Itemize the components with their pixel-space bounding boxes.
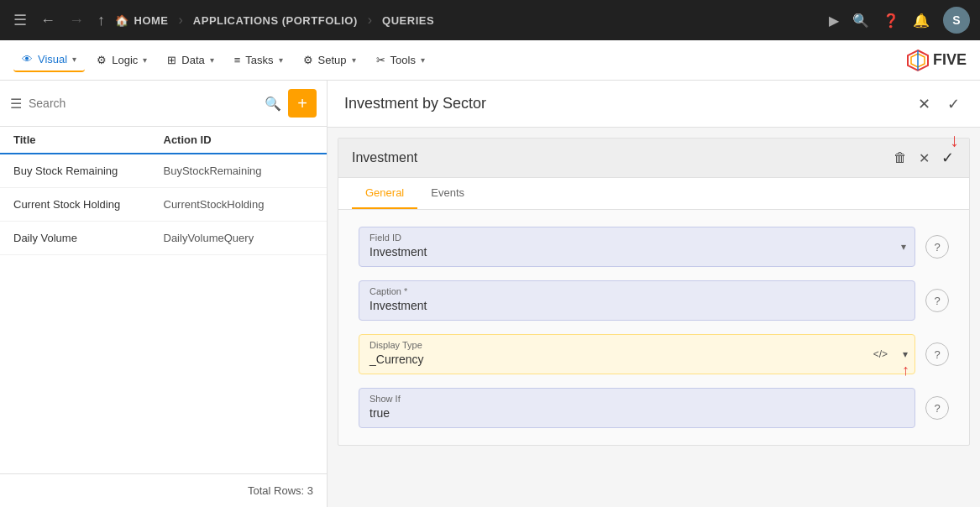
display-type-label: Display Type xyxy=(369,340,904,350)
tools-arrow: ▾ xyxy=(421,55,425,65)
search-input[interactable] xyxy=(29,97,258,110)
row-action-id: CurrentStockHolding xyxy=(164,198,314,211)
panel-header: Investment by Sector ✕ ✓ xyxy=(328,81,980,128)
panel-title: Investment by Sector xyxy=(344,95,914,112)
panel-header-actions: ✕ ✓ xyxy=(914,91,963,117)
panel-save-button[interactable]: ✓ xyxy=(944,91,963,117)
sub-panel: Investment 🗑 ✕ ✓ ↑ General Events xyxy=(338,138,970,446)
show-if-field[interactable]: Show If true xyxy=(359,388,915,428)
tab-events[interactable]: Events xyxy=(417,178,478,209)
field-id-value: Investment xyxy=(369,245,427,259)
field-id-field[interactable]: Field ID Investment ▾ xyxy=(359,227,915,267)
breadcrumb-sep-2: › xyxy=(368,13,372,28)
display-type-dropdown-icon[interactable]: ▾ xyxy=(903,348,908,360)
code-icon: </> xyxy=(873,348,888,360)
panel-close-button[interactable]: ✕ xyxy=(914,91,934,117)
caption-row: Caption * Investment ? xyxy=(359,280,949,321)
menu-setup[interactable]: ⚙ Setup ▾ xyxy=(295,49,364,71)
breadcrumb-applications[interactable]: APPLICATIONS (PORTFOLIO) xyxy=(193,14,358,27)
row-title: Buy Stock Remaining xyxy=(13,165,164,177)
sub-panel-tabs: General Events xyxy=(338,178,969,210)
tab-general[interactable]: General xyxy=(352,178,417,209)
field-id-row: Field ID Investment ▾ ? xyxy=(359,227,949,267)
display-type-row: Display Type _Currency </> ▾ ↑ ? xyxy=(359,334,949,374)
caption-field[interactable]: Caption * Investment xyxy=(359,280,915,321)
filter-icon[interactable]: ☰ xyxy=(10,96,22,112)
sidebar: ☰ 🔍 + Title Action ID Buy Stock Remainin… xyxy=(0,81,328,507)
menu-tools[interactable]: ✂ Tools ▾ xyxy=(368,49,433,71)
col-action-header: Action ID xyxy=(164,133,314,146)
logic-arrow: ▾ xyxy=(143,55,147,65)
sidebar-table-header: Title Action ID xyxy=(0,127,327,154)
sub-panel-header: Investment 🗑 ✕ ✓ ↑ xyxy=(338,139,969,178)
sub-panel-close-button[interactable]: ✕ xyxy=(917,149,931,168)
sidebar-footer: Total Rows: 3 xyxy=(0,473,327,507)
col-title-header: Title xyxy=(13,133,164,146)
show-if-label: Show If xyxy=(369,394,904,404)
content-area: Investment by Sector ✕ ✓ Investment 🗑 ✕ … xyxy=(328,81,980,507)
breadcrumb-queries[interactable]: QUERIES xyxy=(382,14,434,27)
tools-icon: ✂ xyxy=(376,54,385,66)
display-type-help-icon[interactable]: ? xyxy=(925,342,949,366)
data-arrow: ▾ xyxy=(210,55,214,65)
notification-icon[interactable]: 🔔 xyxy=(913,13,930,29)
sub-panel-title: Investment xyxy=(352,150,892,165)
data-icon: ⊞ xyxy=(167,54,176,66)
sidebar-search-bar: ☰ 🔍 + xyxy=(0,81,327,127)
app-logo: FIVE xyxy=(906,49,967,72)
field-id-label: Field ID xyxy=(369,233,904,243)
setup-arrow: ▾ xyxy=(352,55,356,65)
row-title: Current Stock Holding xyxy=(13,198,164,211)
display-type-value: _Currency xyxy=(369,353,424,366)
list-item[interactable]: Current Stock Holding CurrentStockHoldin… xyxy=(0,188,327,222)
menu-visual[interactable]: 👁 Visual ▾ xyxy=(13,48,85,72)
display-type-arrow-indicator: ↑ xyxy=(902,362,909,379)
field-id-help-icon[interactable]: ? xyxy=(925,235,949,259)
search-icon[interactable]: 🔍 xyxy=(265,96,281,112)
show-if-help-icon[interactable]: ? xyxy=(925,396,949,420)
search-nav-icon[interactable]: 🔍 xyxy=(852,13,869,29)
play-icon[interactable]: ▶ xyxy=(829,13,839,29)
menu-bar: 👁 Visual ▾ ⚙ Logic ▾ ⊞ Data ▾ ≡ Tasks ▾ … xyxy=(0,40,980,81)
breadcrumb-home[interactable]: 🏠 HOME xyxy=(115,14,169,27)
up-icon[interactable]: ↑ xyxy=(94,8,108,33)
sub-panel-delete-button[interactable]: 🗑 xyxy=(892,149,909,167)
show-if-value: true xyxy=(369,406,390,420)
setup-icon: ⚙ xyxy=(303,54,313,66)
home-icon: 🏠 xyxy=(115,14,129,27)
tasks-arrow: ▾ xyxy=(279,55,283,65)
caption-label: Caption * xyxy=(369,286,904,296)
forward-icon[interactable]: → xyxy=(66,8,87,33)
caption-help-icon[interactable]: ? xyxy=(925,289,949,312)
list-item[interactable]: Daily Volume DailyVolumeQuery xyxy=(0,222,327,255)
main-layout: ☰ 🔍 + Title Action ID Buy Stock Remainin… xyxy=(0,81,980,507)
list-item[interactable]: Buy Stock Remaining BuyStockRemaining xyxy=(0,154,327,188)
menu-data[interactable]: ⊞ Data ▾ xyxy=(159,49,222,71)
row-action-id: DailyVolumeQuery xyxy=(164,232,314,244)
menu-tasks[interactable]: ≡ Tasks ▾ xyxy=(226,49,291,71)
back-icon[interactable]: ← xyxy=(37,8,59,33)
caption-value: Investment xyxy=(369,299,427,312)
top-navigation: ☰ ← → ↑ 🏠 HOME › APPLICATIONS (PORTFOLIO… xyxy=(0,0,980,40)
help-nav-icon[interactable]: ❓ xyxy=(883,13,899,29)
display-type-field[interactable]: Display Type _Currency </> ▾ ↑ xyxy=(359,334,915,374)
field-id-wrapper: Field ID Investment ▾ xyxy=(359,227,915,267)
five-logo-icon xyxy=(906,49,930,72)
caption-wrapper: Caption * Investment xyxy=(359,280,915,321)
nav-actions: ▶ 🔍 ❓ 🔔 S xyxy=(829,7,970,34)
display-type-wrapper: Display Type _Currency </> ▾ ↑ xyxy=(359,334,915,374)
hamburger-icon[interactable]: ☰ xyxy=(10,8,30,33)
row-title: Daily Volume xyxy=(13,232,164,244)
menu-logic[interactable]: ⚙ Logic ▾ xyxy=(88,49,155,71)
add-button[interactable]: + xyxy=(288,89,317,118)
tasks-icon: ≡ xyxy=(234,54,241,66)
show-if-row: Show If true ? xyxy=(359,388,949,428)
sub-panel-save-wrapper: ✓ ↑ xyxy=(940,147,956,169)
user-avatar[interactable]: S xyxy=(943,7,970,34)
save-arrow-indicator: ↑ xyxy=(950,132,959,154)
field-id-dropdown-icon[interactable]: ▾ xyxy=(901,241,906,253)
sub-panel-actions: 🗑 ✕ ✓ ↑ xyxy=(892,147,956,169)
show-if-wrapper: Show If true xyxy=(359,388,915,428)
form-area: Field ID Investment ▾ ? Caption * Invest… xyxy=(338,210,969,445)
row-action-id: BuyStockRemaining xyxy=(164,165,314,177)
